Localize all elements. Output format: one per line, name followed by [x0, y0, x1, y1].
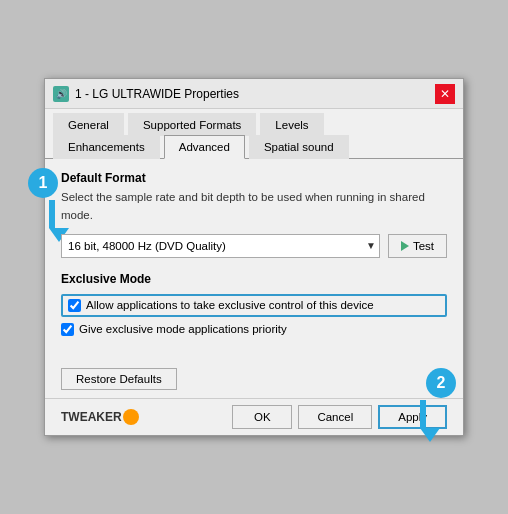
ok-button[interactable]: OK [232, 405, 292, 429]
content-area: Default Format Select the sample rate an… [45, 159, 463, 360]
logo-dot [123, 409, 139, 425]
cancel-button[interactable]: Cancel [298, 405, 372, 429]
footer: TWEAKER OK Cancel Apply [45, 398, 463, 435]
tab-enhancements[interactable]: Enhancements [53, 135, 160, 159]
format-select-wrapper: 16 bit, 48000 Hz (DVD Quality) ▼ [61, 234, 380, 258]
tab-advanced[interactable]: Advanced [164, 135, 245, 159]
format-row: 16 bit, 48000 Hz (DVD Quality) ▼ Test [61, 234, 447, 258]
default-format-desc: Select the sample rate and bit depth to … [61, 189, 447, 224]
format-select[interactable]: 16 bit, 48000 Hz (DVD Quality) [61, 234, 380, 258]
title-bar-left: 🔊 1 - LG ULTRAWIDE Properties [53, 86, 239, 102]
exclusive-checkbox-1-row: Allow applications to take exclusive con… [61, 294, 447, 317]
tab-spatial-sound[interactable]: Spatial sound [249, 135, 349, 159]
exclusive-checkbox-2-row: Give exclusive mode applications priorit… [61, 323, 447, 336]
exclusive-checkbox-1-label: Allow applications to take exclusive con… [86, 299, 374, 311]
outer-wrapper: 1 2 🔊 1 - LG ULTRAWIDE Properties ✕ Gene… [0, 0, 508, 514]
exclusive-checkbox-2[interactable] [61, 323, 74, 336]
tabs-row-2: Enhancements Advanced Spatial sound [45, 135, 463, 159]
bottom-area: Restore Defaults [45, 360, 463, 398]
tab-supported-formats[interactable]: Supported Formats [128, 113, 256, 136]
annotation-1: 1 [28, 168, 58, 198]
title-bar: 🔊 1 - LG ULTRAWIDE Properties ✕ [45, 79, 463, 109]
tab-general[interactable]: General [53, 113, 124, 136]
tabs-row-1: General Supported Formats Levels [45, 109, 463, 135]
footer-buttons: OK Cancel Apply [232, 405, 447, 429]
default-format-title: Default Format [61, 171, 447, 185]
play-icon [401, 241, 409, 251]
window-icon: 🔊 [53, 86, 69, 102]
window-title: 1 - LG ULTRAWIDE Properties [75, 87, 239, 101]
test-label: Test [413, 240, 434, 252]
logo: TWEAKER [61, 409, 139, 425]
exclusive-mode-title: Exclusive Mode [61, 272, 447, 286]
logo-text: TWEAKER [61, 410, 122, 424]
restore-defaults-button[interactable]: Restore Defaults [61, 368, 177, 390]
exclusive-mode-section: Exclusive Mode Allow applications to tak… [61, 272, 447, 336]
exclusive-checkbox-2-label: Give exclusive mode applications priorit… [79, 323, 287, 335]
annotation-2: 2 [426, 368, 456, 398]
exclusive-checkbox-1[interactable] [68, 299, 81, 312]
close-button[interactable]: ✕ [435, 84, 455, 104]
tab-levels[interactable]: Levels [260, 113, 323, 136]
dialog-window: 🔊 1 - LG ULTRAWIDE Properties ✕ General … [44, 78, 464, 436]
test-button[interactable]: Test [388, 234, 447, 258]
arrow-2 [420, 400, 440, 442]
